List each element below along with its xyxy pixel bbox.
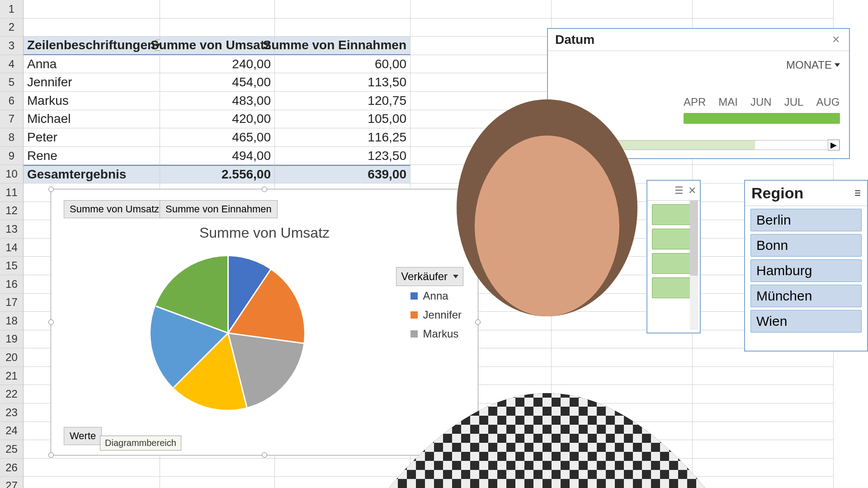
cell[interactable]: [693, 367, 834, 385]
cell[interactable]: [410, 73, 552, 92]
row-header[interactable]: 18: [0, 312, 24, 330]
pivot-header-rowlabels[interactable]: Zeilenbeschriftungen: [24, 37, 160, 55]
cell[interactable]: [693, 404, 834, 422]
row-header[interactable]: 23: [0, 404, 24, 422]
row-header[interactable]: 5: [0, 73, 24, 92]
timeline-scroll-thumb[interactable]: [557, 141, 755, 150]
slicer-scrollbar[interactable]: [690, 201, 698, 330]
pivot-row-umsatz[interactable]: 465,00: [160, 128, 275, 147]
slicer-region-item[interactable]: Wien: [750, 310, 862, 333]
cell[interactable]: [552, 367, 693, 385]
slicer-item[interactable]: [652, 277, 695, 298]
timeline-month[interactable]: AUG: [816, 96, 840, 108]
row-header[interactable]: 22: [0, 385, 24, 404]
timeline-month[interactable]: APR: [684, 96, 706, 108]
pivot-row-einnahmen[interactable]: 123,50: [275, 147, 410, 165]
cell[interactable]: [693, 477, 834, 488]
cell[interactable]: [552, 404, 693, 422]
cell[interactable]: [160, 459, 275, 477]
cell[interactable]: [410, 477, 552, 488]
resize-handle[interactable]: [262, 187, 267, 192]
pivot-total-einnahmen[interactable]: 639,00: [275, 165, 410, 183]
row-header[interactable]: 10: [0, 165, 24, 183]
slicer-region[interactable]: Region ☰ Berlin Bonn Hamburg München Wie…: [744, 180, 868, 352]
cell[interactable]: [693, 422, 834, 441]
timeline-month[interactable]: MAI: [718, 96, 738, 108]
chart-fieldbutton-umsatz[interactable]: Summe von Umsatz: [64, 200, 165, 218]
pivot-row-umsatz[interactable]: 483,00: [160, 92, 275, 110]
cell[interactable]: [275, 19, 410, 37]
cell[interactable]: [552, 477, 693, 488]
row-header[interactable]: 8: [0, 128, 24, 147]
cell[interactable]: [410, 165, 552, 183]
slicer-region-item[interactable]: Berlin: [750, 209, 862, 231]
pivot-total-umsatz[interactable]: 2.556,00: [160, 165, 275, 183]
pivot-row-name[interactable]: Markus: [24, 92, 160, 110]
pivot-row-umsatz[interactable]: 494,00: [160, 147, 275, 165]
cell[interactable]: [24, 0, 160, 19]
pivot-header-einnahmen[interactable]: Summe von Einnahmen: [275, 37, 410, 55]
pivot-header-umsatz[interactable]: Summe von Umsatz: [160, 37, 275, 55]
cell[interactable]: [552, 422, 693, 441]
cell[interactable]: [275, 0, 410, 19]
chart-fieldbutton-werte[interactable]: Werte: [64, 427, 102, 445]
timeline-scrollbar[interactable]: ▶: [557, 140, 840, 150]
row-header[interactable]: 21: [0, 367, 24, 385]
slicer-scroll-thumb[interactable]: [690, 201, 698, 276]
cell[interactable]: [160, 19, 275, 37]
row-header[interactable]: 26: [0, 459, 24, 477]
chart-legend-dropdown[interactable]: Verkäufer: [396, 267, 463, 286]
row-header[interactable]: 2: [0, 19, 24, 37]
row-header[interactable]: 12: [0, 202, 24, 221]
resize-handle[interactable]: [475, 319, 481, 325]
row-header[interactable]: 27: [0, 477, 24, 488]
resize-handle[interactable]: [48, 452, 54, 458]
resize-handle[interactable]: [48, 187, 54, 192]
cell[interactable]: [160, 477, 275, 488]
pivot-row-name[interactable]: Anna: [24, 55, 160, 74]
multiselect-icon[interactable]: ☰: [854, 189, 861, 197]
cell[interactable]: [693, 385, 834, 404]
pivot-row-name[interactable]: Michael: [24, 110, 160, 129]
pivot-row-einnahmen[interactable]: 105,00: [275, 110, 410, 129]
slicer-region-item[interactable]: Bonn: [750, 234, 862, 257]
row-header[interactable]: 15: [0, 257, 24, 275]
cell[interactable]: [275, 477, 410, 488]
pivot-row-einnahmen[interactable]: 113,50: [275, 73, 410, 92]
pivot-row-einnahmen[interactable]: 60,00: [275, 55, 410, 74]
pivot-row-umsatz[interactable]: 420,00: [160, 110, 275, 129]
pivot-row-name[interactable]: Rene: [24, 147, 160, 165]
slicer-partial[interactable]: ☰ ✕: [646, 180, 701, 333]
clear-filter-icon[interactable]: ✕: [688, 185, 696, 197]
cell[interactable]: [410, 459, 552, 477]
cell[interactable]: [275, 459, 410, 477]
slicer-item[interactable]: [652, 229, 695, 249]
cell[interactable]: [410, 110, 552, 129]
timeline-scroll-right[interactable]: ▶: [828, 139, 840, 151]
row-header[interactable]: 19: [0, 330, 24, 349]
timeline-month[interactable]: JUL: [784, 96, 804, 108]
row-header[interactable]: 11: [0, 183, 24, 202]
row-header[interactable]: 20: [0, 348, 24, 367]
cell[interactable]: [410, 0, 552, 19]
row-header[interactable]: 9: [0, 147, 24, 165]
legend-item[interactable]: Jennifer: [410, 309, 462, 321]
cell[interactable]: [410, 147, 552, 165]
cell[interactable]: [410, 128, 552, 147]
row-header[interactable]: 17: [0, 294, 24, 312]
row-header[interactable]: 25: [0, 440, 24, 459]
cell[interactable]: [410, 19, 552, 37]
cell[interactable]: [552, 0, 693, 19]
cell[interactable]: [693, 459, 834, 477]
cell[interactable]: [24, 477, 160, 488]
row-header[interactable]: 14: [0, 239, 24, 257]
timeline-selection-bar[interactable]: [684, 113, 840, 124]
chart-fieldbutton-einnahmen[interactable]: Summe von Einnahmen: [160, 200, 278, 218]
cell[interactable]: [410, 55, 552, 74]
cell[interactable]: [552, 459, 693, 477]
row-header[interactable]: 16: [0, 275, 24, 294]
row-header[interactable]: 3: [0, 37, 24, 55]
row-header[interactable]: 24: [0, 422, 24, 441]
cell[interactable]: [693, 0, 834, 19]
row-header[interactable]: 1: [0, 0, 24, 19]
